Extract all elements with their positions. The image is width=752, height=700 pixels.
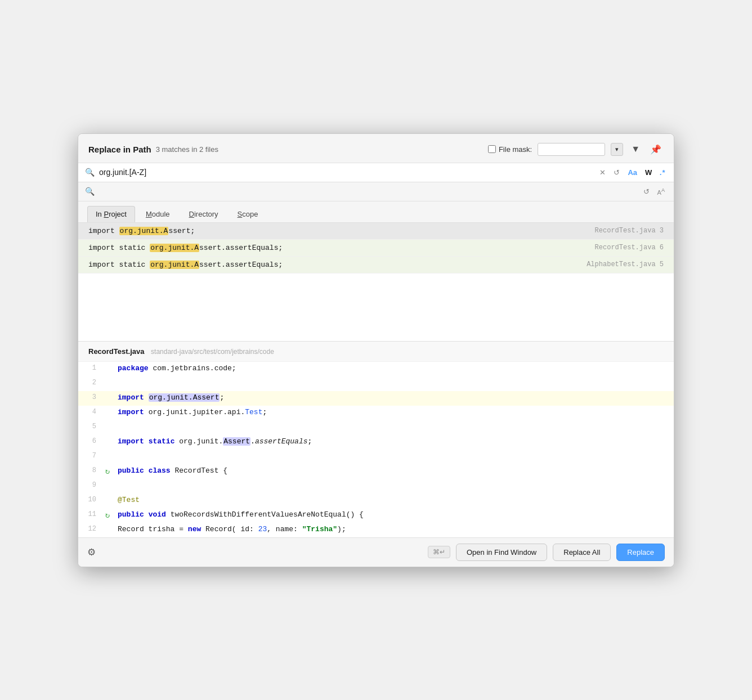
open-find-window-button[interactable]: Open in Find Window xyxy=(456,544,547,561)
code-line: 2 xyxy=(78,376,674,391)
code-line: 11 ↻ public void twoRecordsWithDifferent… xyxy=(78,508,674,523)
method-icon: ↻ xyxy=(105,510,110,520)
code-preview-header: RecordTest.java standard-java/src/test/c… xyxy=(78,342,674,362)
code-lines: 1 package com.jetbrains.code; 2 3 import… xyxy=(78,362,674,537)
replace-actions: ↺ AA xyxy=(641,186,667,197)
file-mask-checkbox-group: File mask: xyxy=(488,145,532,154)
class-icon: ↻ xyxy=(105,466,110,476)
dialog-subtitle: 3 matches in 2 files xyxy=(156,145,218,154)
line-icon xyxy=(102,406,113,420)
line-content: @Test xyxy=(113,493,674,508)
line-icon xyxy=(102,479,113,493)
header-right: File mask: ▾ ▼ 📌 xyxy=(488,142,664,157)
line-number: 10 xyxy=(78,493,102,508)
results-area: import org.junit.Assert; RecordTest.java… xyxy=(78,223,674,341)
line-icon xyxy=(102,450,113,464)
code-line: 1 package com.jetbrains.code; xyxy=(78,362,674,376)
line-content: import static org.junit.Assert.assertEqu… xyxy=(113,435,674,450)
line-content xyxy=(113,450,674,464)
preview-file-name: RecordTest.java xyxy=(88,347,144,356)
line-content: public void twoRecordsWithDifferentValue… xyxy=(113,508,674,523)
line-icon xyxy=(102,376,113,391)
line-content: public class RecordTest { xyxy=(113,464,674,479)
code-line: 3 import org.junit.Assert; xyxy=(78,391,674,406)
regex-history-button[interactable]: ↺ xyxy=(611,167,622,178)
file-mask-checkbox[interactable] xyxy=(488,145,496,153)
line-number: 11 xyxy=(78,508,102,523)
tab-module[interactable]: Module xyxy=(137,206,178,222)
dialog-title: Replace in Path xyxy=(88,145,151,154)
replace-input[interactable] xyxy=(99,187,637,196)
result-code: import org.junit.Assert; xyxy=(88,227,195,235)
line-icon xyxy=(102,391,113,406)
line-number: 6 xyxy=(78,435,102,450)
tabs-bar: In Project Module Directory Scope xyxy=(78,201,674,223)
file-mask-dropdown[interactable]: ▾ xyxy=(611,143,623,156)
line-content: import org.junit.jupiter.api.Test; xyxy=(113,406,674,420)
replace-in-path-dialog: Replace in Path 3 matches in 2 files Fil… xyxy=(78,133,674,567)
filter-icon[interactable]: ▼ xyxy=(629,142,642,156)
code-line: 10 @Test xyxy=(78,493,674,508)
result-file: AlphabetTest.java 5 xyxy=(587,261,664,268)
line-icon xyxy=(102,493,113,508)
result-code: import static org.junit.Assert.assertEqu… xyxy=(88,261,283,269)
line-number: 2 xyxy=(78,376,102,391)
result-row[interactable]: import org.junit.Assert; RecordTest.java… xyxy=(78,223,674,240)
tab-scope[interactable]: Scope xyxy=(229,206,267,222)
replace-all-button[interactable]: Replace All xyxy=(553,544,611,561)
replace-history-button[interactable]: ↺ xyxy=(641,186,652,197)
result-row[interactable]: import static org.junit.Assert.assertEqu… xyxy=(78,240,674,257)
line-icon xyxy=(102,362,113,376)
replace-bar: 🔍 ↺ AA xyxy=(78,182,674,201)
line-content: import org.junit.Assert; xyxy=(113,391,674,406)
line-number: 4 xyxy=(78,406,102,420)
result-row[interactable]: import static org.junit.Assert.assertEqu… xyxy=(78,257,674,273)
code-line: 12 Record trisha = new Record( id: 23, n… xyxy=(78,523,674,537)
dialog-header: Replace in Path 3 matches in 2 files Fil… xyxy=(78,134,674,163)
replace-button[interactable]: Replace xyxy=(616,544,665,561)
clear-search-button[interactable]: ✕ xyxy=(597,167,608,178)
line-number: 5 xyxy=(78,420,102,435)
search-bar: 🔍 ✕ ↺ Aa W .* xyxy=(78,163,674,182)
line-content xyxy=(113,420,674,435)
code-line: 4 import org.junit.jupiter.api.Test; xyxy=(78,406,674,420)
whole-words-button[interactable]: W xyxy=(643,167,654,178)
line-icon: ↻ xyxy=(102,464,113,479)
code-line: 6 import static org.junit.Assert.assertE… xyxy=(78,435,674,450)
line-icon: ↻ xyxy=(102,508,113,523)
file-mask-label: File mask: xyxy=(499,145,532,154)
search-input[interactable] xyxy=(99,168,593,177)
line-icon xyxy=(102,420,113,435)
code-line: 8 ↻ public class RecordTest { xyxy=(78,464,674,479)
header-left: Replace in Path 3 matches in 2 files xyxy=(88,145,218,154)
line-icon xyxy=(102,523,113,537)
line-number: 8 xyxy=(78,464,102,479)
pin-icon[interactable]: 📌 xyxy=(648,142,664,157)
tab-directory[interactable]: Directory xyxy=(181,206,227,222)
code-line: 5 xyxy=(78,420,674,435)
preview-file-path: standard-java/src/test/com/jetbrains/cod… xyxy=(151,348,274,356)
replace-icon: 🔍 xyxy=(85,187,95,196)
line-number: 12 xyxy=(78,523,102,537)
tab-in-project[interactable]: In Project xyxy=(87,206,135,222)
settings-button[interactable]: ⚙ xyxy=(87,546,96,558)
match-case-button[interactable]: Aa xyxy=(625,167,639,178)
dialog-footer: ⚙ ⌘↵ Open in Find Window Replace All Rep… xyxy=(78,537,674,567)
line-content xyxy=(113,376,674,391)
line-content xyxy=(113,479,674,493)
result-file: RecordTest.java 3 xyxy=(595,227,664,235)
line-content: package com.jetbrains.code; xyxy=(113,362,674,376)
result-file: RecordTest.java 6 xyxy=(595,244,664,252)
line-content: Record trisha = new Record( id: 23, name… xyxy=(113,523,674,537)
regex-button[interactable]: .* xyxy=(657,167,667,178)
replace-preserve-case-button[interactable]: AA xyxy=(655,186,667,197)
file-mask-input[interactable] xyxy=(538,143,605,156)
line-number: 3 xyxy=(78,391,102,406)
code-line: 7 xyxy=(78,450,674,464)
code-line: 9 xyxy=(78,479,674,493)
search-icon: 🔍 xyxy=(85,168,95,177)
code-preview: RecordTest.java standard-java/src/test/c… xyxy=(78,341,674,537)
line-number: 7 xyxy=(78,450,102,464)
line-number: 9 xyxy=(78,479,102,493)
line-icon xyxy=(102,435,113,450)
